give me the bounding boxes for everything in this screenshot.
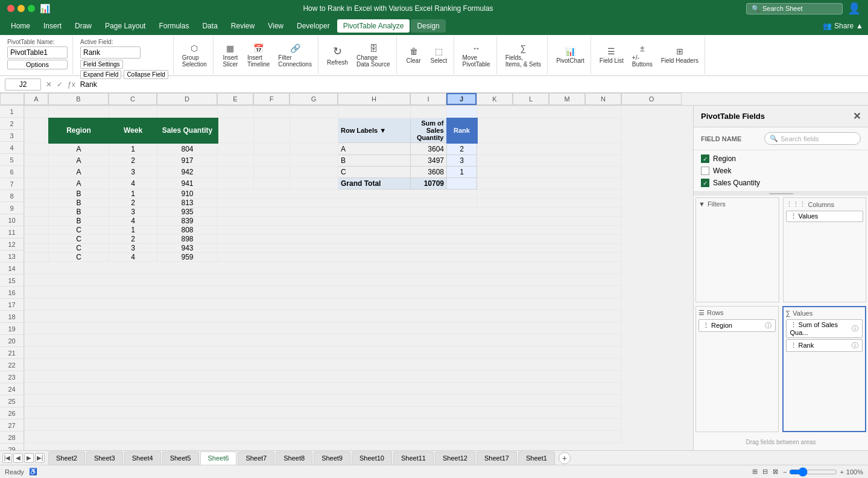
maximize-button[interactable] [28, 5, 35, 12]
tab-sheet8[interactable]: Sheet8 [276, 451, 312, 465]
plus-minus-buttons-button[interactable]: ± +/-Buttons [629, 42, 656, 69]
close-panel-button[interactable]: ✕ [853, 110, 861, 122]
cell-i1[interactable] [411, 106, 447, 118]
menu-page-layout[interactable]: Page Layout [99, 19, 151, 33]
col-header-j[interactable]: J [446, 93, 477, 105]
page-break-view-icon[interactable]: ⊠ [773, 468, 778, 476]
cell-b5[interactable]: A [49, 167, 109, 178]
cell-a11[interactable] [25, 226, 49, 235]
cell-c5[interactable]: 3 [109, 167, 157, 178]
pivot-c-rank[interactable]: 1 [447, 167, 477, 178]
zoom-out-button[interactable]: − [783, 468, 787, 476]
cell-c10[interactable]: 4 [109, 217, 157, 226]
menu-design[interactable]: Design [411, 19, 445, 33]
expand-field-button[interactable]: Expand Field [80, 70, 121, 79]
tab-sheet7[interactable]: Sheet7 [238, 451, 274, 465]
cell-b13[interactable]: C [49, 244, 109, 253]
cell-c11[interactable]: 1 [109, 226, 157, 235]
col-header-h[interactable]: H [338, 93, 410, 105]
cell-f2[interactable] [254, 118, 290, 143]
values-rank-item[interactable]: ⋮ Rank ⓘ [786, 339, 863, 352]
fields-items-sets-button[interactable]: ∑ Fields,Items, & Sets [502, 42, 545, 69]
values-sum-item[interactable]: ⋮ Sum of Sales Qua... ⓘ [786, 319, 863, 338]
cell-k6[interactable] [477, 178, 622, 190]
cell-c9[interactable]: 3 [109, 208, 157, 217]
cell-f6[interactable] [254, 178, 290, 190]
add-sheet-button[interactable]: + [559, 452, 571, 464]
cell-b14[interactable]: C [49, 253, 109, 262]
cell-d12[interactable]: 898 [157, 235, 218, 244]
cancel-formula-icon[interactable]: ✕ [46, 80, 52, 89]
close-button[interactable] [7, 5, 14, 12]
insert-timeline-button[interactable]: 📅 InsertTimeline [244, 42, 273, 69]
cell-b9[interactable]: B [49, 208, 109, 217]
cell-d13[interactable]: 943 [157, 244, 218, 253]
cell-d14[interactable]: 959 [157, 253, 218, 262]
cell-d9[interactable]: 935 [157, 208, 218, 217]
cell-j1[interactable] [447, 106, 477, 118]
tab-sheet10[interactable]: Sheet10 [352, 451, 392, 465]
rows-region-item[interactable]: ⋮ Region ⓘ [699, 319, 776, 332]
cell-c8[interactable]: 2 [109, 199, 157, 208]
cell-a13[interactable] [25, 244, 49, 253]
cell-e1[interactable] [218, 106, 254, 118]
cell-c2-week[interactable]: Week [109, 118, 157, 143]
pivot-header-rowlabels[interactable]: Row Labels ▼ [338, 118, 411, 143]
cell-d6[interactable]: 941 [157, 178, 218, 190]
cell-k4[interactable] [477, 155, 622, 167]
tab-prev-button[interactable]: ◀ [13, 453, 23, 463]
pivot-a-sum[interactable]: 3604 [411, 143, 447, 155]
col-header-e[interactable]: E [217, 93, 253, 105]
cell-b11[interactable]: C [49, 226, 109, 235]
clear-button[interactable]: 🗑 Clear [402, 45, 426, 66]
cell-a2[interactable] [25, 118, 49, 143]
formula-input[interactable] [80, 80, 863, 89]
cell-c3[interactable]: 1 [109, 143, 157, 155]
col-header-a[interactable]: A [24, 93, 48, 105]
confirm-formula-icon[interactable]: ✓ [57, 80, 63, 89]
cell-k5[interactable] [477, 167, 622, 178]
pivot-b-rank[interactable]: 3 [447, 155, 477, 167]
change-data-source-button[interactable]: 🗄 ChangeData Source [353, 42, 394, 69]
col-header-d[interactable]: D [157, 93, 217, 105]
tab-sheet1[interactable]: Sheet1 [518, 451, 555, 465]
pivot-b-sum[interactable]: 3497 [411, 155, 447, 167]
menu-insert[interactable]: Insert [37, 19, 68, 33]
zoom-in-button[interactable]: + [840, 468, 843, 476]
menu-view[interactable]: View [262, 19, 290, 33]
col-header-b[interactable]: B [48, 93, 109, 105]
col-header-c[interactable]: C [109, 93, 157, 105]
cell-h1[interactable] [338, 106, 411, 118]
field-sales-quantity-checkbox[interactable]: ✓ [701, 179, 709, 187]
values-sum-info-icon[interactable]: ⓘ [852, 324, 858, 333]
tab-sheet9[interactable]: Sheet9 [314, 451, 350, 465]
cell-a8[interactable] [25, 199, 49, 208]
cell-a7[interactable] [25, 190, 49, 199]
cell-e2[interactable] [218, 118, 254, 143]
pivot-header-rank[interactable]: Rank [447, 118, 477, 143]
field-settings-button[interactable]: Field Settings [80, 60, 123, 69]
cell-ref-box[interactable]: J2 [5, 78, 41, 91]
cell-a1[interactable] [25, 106, 49, 118]
tab-sheet4[interactable]: Sheet4 [124, 451, 161, 465]
cell-b7[interactable]: B [49, 190, 109, 199]
cell-k2[interactable] [477, 118, 622, 143]
menu-review[interactable]: Review [225, 19, 261, 33]
tab-sheet3[interactable]: Sheet3 [86, 451, 123, 465]
cell-d11[interactable]: 808 [157, 226, 218, 235]
field-week-checkbox[interactable] [701, 167, 709, 175]
cell-c13[interactable]: 3 [109, 244, 157, 253]
rows-region-info-icon[interactable]: ⓘ [765, 321, 771, 330]
cell-f3[interactable] [254, 143, 290, 155]
cell-f4[interactable] [254, 155, 290, 167]
tab-sheet6[interactable]: Sheet6 [200, 451, 237, 465]
pivot-b-label[interactable]: B [338, 155, 411, 167]
cell-e4[interactable] [218, 155, 254, 167]
cell-d4[interactable]: 917 [157, 155, 218, 167]
cell-a9[interactable] [25, 208, 49, 217]
tab-next-button[interactable]: ▶ [24, 453, 34, 463]
cell-d10[interactable]: 839 [157, 217, 218, 226]
col-header-l[interactable]: L [513, 93, 549, 105]
cell-d2-sales[interactable]: Sales Quantity [157, 118, 218, 143]
collapse-field-button[interactable]: Collapse Field [124, 70, 168, 79]
